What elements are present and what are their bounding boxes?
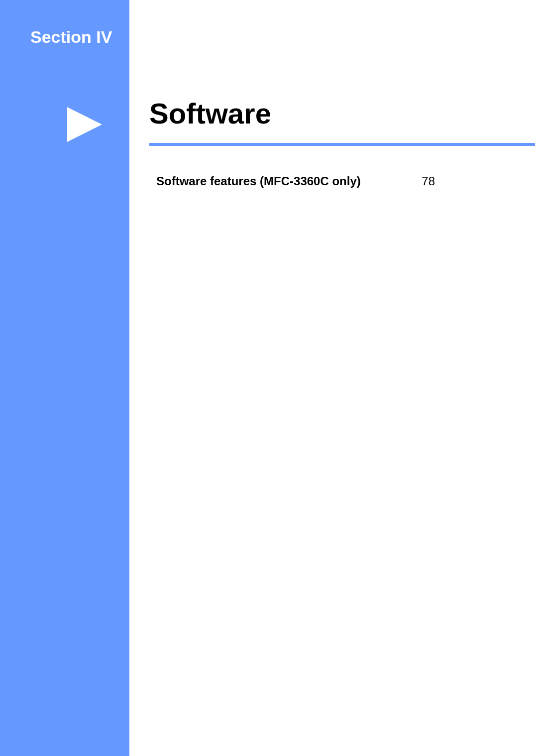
toc-entry-page: 78: [422, 174, 435, 188]
toc-entry: Software features (MFC-3360C only) 78: [156, 174, 435, 188]
play-arrow-icon: [65, 105, 109, 144]
section-label: Section IV: [30, 27, 112, 47]
title-underline: [149, 143, 535, 146]
svg-marker-0: [67, 107, 102, 142]
toc-entry-title: Software features (MFC-3360C only): [156, 174, 361, 188]
title-area: Software: [149, 97, 498, 133]
page-title: Software: [149, 97, 498, 133]
